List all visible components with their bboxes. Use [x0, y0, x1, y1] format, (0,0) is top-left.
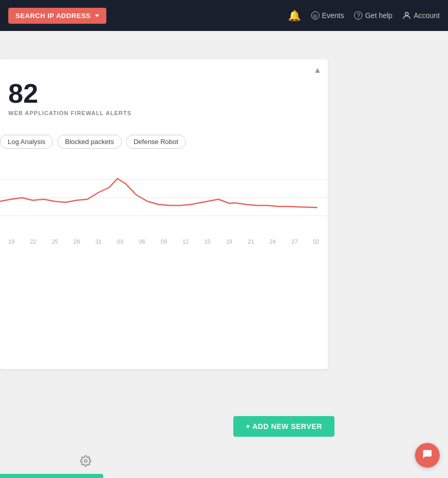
- chart-label-19: 19: [8, 238, 14, 245]
- events-link[interactable]: ◎ Events: [311, 11, 344, 20]
- chart-area: 19 22 25 28 31 03 06 09 12 15 18 21 24 2…: [0, 164, 328, 247]
- header-right: 🔔 ◎ Events ? Get help Account: [288, 9, 440, 22]
- chart-label-03: 03: [117, 238, 123, 245]
- header-left: SEARCH IP ADDRESS: [8, 8, 106, 24]
- get-help-link[interactable]: ? Get help: [354, 11, 392, 20]
- main-card: ▲ 82 WEB APPLICATION FIREWALL ALERTS Log…: [0, 59, 328, 369]
- search-ip-label: SEARCH IP ADDRESS: [15, 12, 91, 20]
- chart-labels: 19 22 25 28 31 03 06 09 12 15 18 21 24 2…: [0, 236, 328, 245]
- tag-defense-robot[interactable]: Defense Robot: [126, 135, 186, 149]
- chart-label-18: 18: [226, 238, 232, 245]
- tag-blocked-packets[interactable]: Blocked packets: [57, 135, 122, 149]
- chart-label-24: 24: [269, 238, 276, 245]
- help-icon: ?: [354, 11, 362, 20]
- tags-row: Log Analysis Blocked packets Defense Rob…: [0, 135, 328, 159]
- search-ip-button[interactable]: SEARCH IP ADDRESS: [8, 8, 106, 24]
- chart-svg: [0, 164, 328, 236]
- gear-button[interactable]: [76, 452, 95, 470]
- chart-label-25: 25: [52, 238, 58, 245]
- chart-label-21: 21: [248, 238, 254, 245]
- gear-icon: [80, 455, 91, 467]
- chevron-down-icon: [95, 14, 99, 17]
- account-label: Account: [413, 11, 440, 20]
- bell-icon[interactable]: 🔔: [288, 9, 301, 22]
- get-help-label: Get help: [365, 11, 392, 20]
- stat-label: WEB APPLICATION FIREWALL ALERTS: [8, 110, 319, 116]
- account-icon: [403, 11, 411, 20]
- chart-label-31: 31: [95, 238, 102, 245]
- chart-label-02: 02: [313, 238, 319, 245]
- svg-point-0: [405, 12, 408, 15]
- add-server-button[interactable]: + ADD NEW SERVER: [233, 416, 334, 437]
- chat-button[interactable]: [415, 443, 440, 468]
- chart-label-28: 28: [74, 238, 80, 245]
- chart-label-06: 06: [139, 238, 145, 245]
- chart-label-22: 22: [30, 238, 36, 245]
- stat-section: 82 WEB APPLICATION FIREWALL ALERTS: [0, 59, 328, 135]
- events-icon: ◎: [311, 11, 319, 20]
- tag-log-analysis[interactable]: Log Analysis: [0, 135, 53, 149]
- stat-number: 82: [8, 80, 319, 107]
- bottom-progress-bar: [0, 474, 103, 478]
- add-server-label: + ADD NEW SERVER: [246, 422, 322, 431]
- chart-label-09: 09: [161, 238, 167, 245]
- main-area: ▲ 82 WEB APPLICATION FIREWALL ALERTS Log…: [0, 31, 448, 478]
- chart-label-27: 27: [291, 238, 297, 245]
- svg-point-4: [84, 459, 87, 463]
- chart-label-12: 12: [183, 238, 189, 245]
- collapse-icon: ▲: [313, 66, 322, 74]
- collapse-button[interactable]: ▲: [313, 66, 322, 75]
- chat-icon: [422, 449, 433, 463]
- chart-label-15: 15: [204, 238, 211, 245]
- events-label: Events: [322, 11, 344, 20]
- header: SEARCH IP ADDRESS 🔔 ◎ Events ? Get help …: [0, 0, 448, 31]
- account-link[interactable]: Account: [403, 11, 440, 20]
